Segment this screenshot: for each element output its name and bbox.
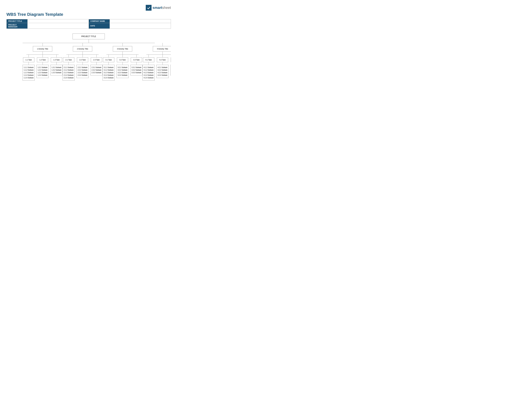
company-name-label: COMPANY NAME <box>89 19 110 23</box>
smartsheet-logo: smartsheet <box>146 5 171 11</box>
info-table: PROJECT TITLE COMPANY NAME PROJECT MANAG… <box>6 19 171 29</box>
subtask-2-1: 2.1.1 Subtask 2.1.2 Subtask 2.1.3 Subtas… <box>63 65 75 81</box>
activity-4-node: 4 Activity Title <box>153 46 171 52</box>
svg-rect-0 <box>146 6 151 10</box>
task-2-2-node: 2.2 Task <box>77 57 88 62</box>
subtask-4-3: 4.3.1 Subtask 4.3.2 Subtask 4.3.3 Subtas… <box>171 65 171 75</box>
task-3-2-node: 3.2 Task <box>117 57 128 62</box>
subtask-4-1: 4.1.1 Subtask 4.1.2 Subtask 4.1.3 Subtas… <box>142 65 155 81</box>
activity-2-node: 2 Activity Title <box>73 46 92 52</box>
activity-3-node: 3 Activity Title <box>113 46 132 52</box>
subtask-1-1: 1.1.1 Subtask 1.1.2 Subtask 1.1.3 Subtas… <box>23 65 35 81</box>
subtask-3-2: 3.2.1 Subtask 3.2.2 Subtask 3.2.3 Subtas… <box>116 65 128 78</box>
task-1-3-node: 1.3 Task <box>51 57 62 62</box>
logo-check-icon <box>146 5 152 11</box>
task-2-1-node: 2.1 Task <box>63 57 74 62</box>
company-name-value[interactable] <box>110 19 171 23</box>
subtask-3-1: 3.1.1 Subtask 3.1.2 Subtask 3.1.3 Subtas… <box>103 65 115 81</box>
project-title-label: PROJECT TITLE <box>7 19 28 23</box>
subtask-2-2: 2.2.1 Subtask 2.2.2 Subtask 2.2.3 Subtas… <box>76 65 88 78</box>
logo-text: smartsheet <box>152 6 171 10</box>
task-1-1-node: 1.1 Task <box>23 57 34 62</box>
subtask-4-2: 4.2.1 Subtask 4.2.2 Subtask 4.2.3 Subtas… <box>156 65 169 78</box>
root-node: PROJECT TITLE <box>73 34 105 39</box>
subtask-2-3: 2.3.1 Subtask 2.3.2 Subtask 2.3.3 Subtas… <box>90 65 103 75</box>
project-title-value[interactable] <box>28 19 89 23</box>
task-1-2-node: 1.2 Task <box>37 57 48 62</box>
subtask-3-3: 3.3.1 Subtask 3.3.2 Subtask 3.3.3 Subtas… <box>130 65 142 75</box>
task-4-2-node: 4.2 Task <box>157 57 168 62</box>
info-row-manager: PROJECT MANAGER DATE <box>7 23 171 29</box>
wbs-tree: PROJECT TITLE 1 Activity Title <box>6 34 171 81</box>
activity-1-node: 1 Activity Title <box>33 46 52 52</box>
subtask-1-2: 1.2.1 Subtask 1.2.2 Subtask 1.2.3 Subtas… <box>37 65 48 78</box>
task-3-1-node: 3.1 Task <box>103 57 114 62</box>
task-4-3-node: 4.3 Task <box>171 57 171 62</box>
info-row-project-title: PROJECT TITLE COMPANY NAME <box>7 19 171 23</box>
date-value[interactable] <box>110 23 171 29</box>
project-manager-label: PROJECT MANAGER <box>7 23 28 29</box>
task-2-3-node: 2.3 Task <box>91 57 102 62</box>
task-4-1-node: 4.1 Task <box>143 57 154 62</box>
project-manager-value[interactable] <box>28 23 89 29</box>
task-3-3-node: 3.3 Task <box>131 57 142 62</box>
subtask-1-3: 1.3.1 Subtask 1.3.2 Subtask 1.3.3 Subtas… <box>50 65 63 75</box>
date-label: DATE <box>89 23 110 29</box>
logo-area: smartsheet <box>6 5 171 11</box>
page-title: WBS Tree Diagram Template <box>6 12 171 17</box>
